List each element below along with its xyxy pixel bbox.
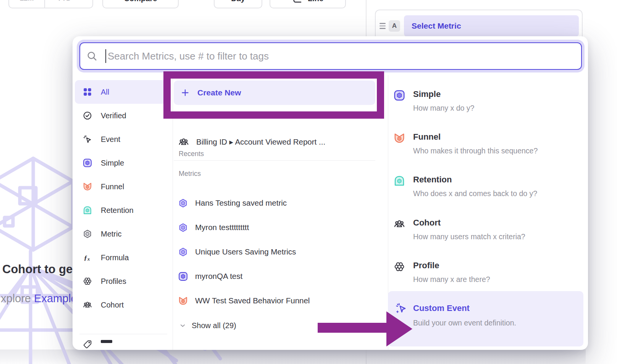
date-range-segmented-control: 12M YTD	[8, 0, 93, 8]
select-metric-label: Select Metric	[412, 21, 461, 31]
funnel-icon	[178, 296, 188, 306]
sidebar-item-label: All	[101, 88, 109, 97]
recent-item-label: Billing ID ▸ Account Viewed Report ...	[196, 137, 325, 147]
simple-metric-icon	[82, 158, 92, 168]
chevron-down-icon	[74, 0, 81, 1]
cohort-people-icon	[393, 218, 405, 230]
metric-hexagon-icon	[178, 198, 188, 208]
drag-handle-icon[interactable]	[380, 23, 386, 29]
sidebar-item-label: Cohort	[101, 301, 124, 309]
metric-item-label: Unique Users Saving Metrics	[195, 247, 296, 256]
metric-hexagon-icon	[82, 229, 92, 239]
row-letter: A	[392, 22, 397, 30]
list-divider	[174, 160, 375, 161]
cohort-people-icon	[178, 136, 189, 148]
sidebar-item-label: Metric	[101, 230, 121, 238]
metric-hexagon-icon	[178, 222, 188, 233]
metric-types-column: Simple How many x do y? Funnel Who makes…	[388, 36, 588, 350]
type-description: Who does x and comes back to do y?	[413, 189, 537, 198]
type-title: Cohort	[413, 218, 441, 228]
line-chart-icon	[292, 0, 302, 4]
metric-item-label: Hans Testing saved metric	[195, 198, 287, 208]
simple-metric-icon	[393, 89, 405, 101]
sidebar-item-funnel[interactable]: Funnel	[75, 175, 171, 198]
sidebar-item-cohort[interactable]: Cohort	[75, 293, 171, 317]
chart-type-line-button[interactable]: Line	[270, 0, 346, 8]
sidebar-item-profiles[interactable]: Profiles	[75, 269, 171, 293]
recent-item-billing[interactable]: Billing ID ▸ Account Viewed Report ...	[174, 130, 380, 154]
profiles-flower-icon	[82, 276, 92, 286]
retention-icon	[393, 175, 405, 187]
sidebar-item-label: Verified	[101, 111, 126, 120]
metrics-header: Metrics	[179, 170, 201, 178]
type-description: Build your own event definition.	[413, 319, 516, 327]
metric-list-item[interactable]: myronQA test	[174, 264, 380, 288]
range-12m-button[interactable]: 12M	[9, 0, 45, 8]
sidebar-item-label: Event	[101, 135, 120, 144]
sidebar-item-label: Simple	[101, 159, 124, 168]
filter-sidebar: All Verified Event Simple Funnel Retenti…	[75, 80, 171, 349]
metric-item-label: Myron testtttttttt	[195, 223, 249, 232]
metric-item-label: WW Test Saved Behavior Funnel	[195, 296, 310, 305]
simple-metric-icon	[178, 271, 188, 282]
sidebar-item-label: Profiles	[101, 277, 126, 286]
sidebar-item-metric[interactable]: Metric	[75, 222, 171, 246]
sidebar-item-retention[interactable]: Retention	[75, 198, 171, 222]
sidebar-item-partial[interactable]	[75, 339, 171, 349]
type-title: Custom Event	[413, 303, 470, 313]
example-link[interactable]: Example	[34, 292, 77, 304]
sidebar-item-simple[interactable]: Simple	[75, 151, 171, 175]
type-custom-event[interactable]: Custom Event Build your own event defini…	[388, 291, 583, 346]
range-12m-label: 12M	[20, 0, 34, 2]
annotation-arrow	[318, 308, 413, 350]
profiles-flower-icon	[393, 261, 405, 273]
row-letter-badge: A	[389, 20, 400, 32]
day-label: Day	[231, 0, 245, 3]
sidebar-item-label: Formula	[101, 253, 129, 262]
compare-label: Compare	[124, 0, 157, 3]
type-title: Retention	[413, 175, 452, 185]
type-description: How many x are there?	[413, 275, 490, 284]
show-all-label: Show all (29)	[192, 321, 236, 330]
type-description: How many x do y?	[413, 104, 474, 113]
annotation-box	[163, 71, 384, 119]
sidebar-item-label: Retention	[101, 206, 134, 215]
background-explore-line: xplore Example	[1, 292, 83, 305]
metric-list-item[interactable]: Hans Testing saved metric	[174, 191, 380, 215]
background-headline: Cohort to ge	[2, 263, 73, 276]
text-caret	[105, 49, 106, 63]
metric-list-item[interactable]: Myron testtttttttt	[174, 215, 380, 240]
app-window: 12M YTD Compare Day Line A Select Metric	[0, 0, 617, 364]
sidebar-item-all[interactable]: All	[75, 80, 171, 104]
type-title: Simple	[413, 89, 441, 99]
grid-icon	[82, 87, 92, 97]
line-label: Line	[308, 0, 323, 3]
metric-hexagon-icon	[178, 247, 188, 257]
type-description: How many users match x criteria?	[413, 232, 525, 241]
sidebar-item-label: Funnel	[101, 182, 124, 191]
sidebar-item-formula[interactable]: Formula	[75, 246, 171, 269]
funnel-icon	[82, 182, 92, 192]
formula-fx-icon	[82, 253, 92, 263]
sidebar-item-verified[interactable]: Verified	[75, 104, 171, 127]
show-all-button[interactable]: Show all (29)	[179, 318, 236, 333]
metric-list-item[interactable]: Unique Users Saving Metrics	[174, 240, 380, 264]
verified-badge-icon	[82, 111, 92, 121]
cohort-people-icon	[82, 300, 92, 310]
type-title: Funnel	[413, 132, 441, 142]
metric-item-label: myronQA test	[195, 272, 242, 281]
metric-row-a: A Select Metric	[380, 15, 579, 37]
type-title: Profile	[413, 261, 439, 271]
chevron-down-icon	[179, 322, 186, 329]
event-cursor-icon	[82, 134, 92, 144]
granularity-day-button[interactable]: Day	[214, 0, 262, 8]
range-ytd-button[interactable]: YTD	[45, 0, 92, 8]
sidebar-item-event[interactable]: Event	[75, 127, 171, 151]
select-metric-pill[interactable]: Select Metric	[404, 15, 579, 37]
compare-button[interactable]: Compare	[102, 0, 179, 8]
search-icon	[86, 50, 98, 62]
clipped-label-fragment	[101, 340, 112, 343]
explore-prefix: xplore	[1, 292, 31, 304]
type-description: Who makes it through this sequence?	[413, 147, 538, 155]
sidebar-divider	[79, 334, 167, 334]
